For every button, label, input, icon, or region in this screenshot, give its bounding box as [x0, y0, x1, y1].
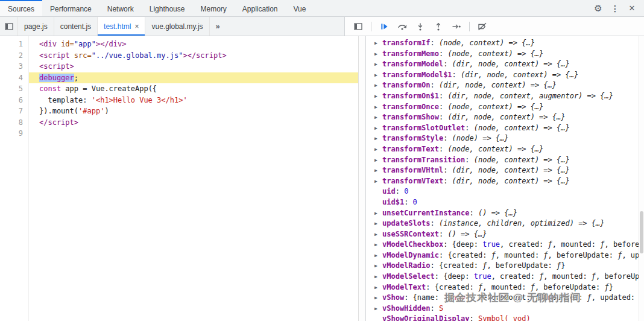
main-tab-performance[interactable]: Performance — [42, 0, 99, 16]
line-number-4[interactable]: 4 — [0, 72, 23, 84]
expand-arrow-icon[interactable]: ▶ — [374, 250, 382, 261]
code-line-7[interactable]: }).mount('#app') — [29, 106, 358, 117]
scope-row-transformshow[interactable]: ▶transformShow: (dir, node, context) => … — [374, 112, 644, 123]
line-number-8[interactable]: 8 — [0, 117, 23, 129]
scope-variables-pane[interactable]: ▶transformIf: (node, context) => {…}▶tra… — [366, 36, 644, 321]
scope-row-transformvhtml[interactable]: ▶transformVHtml: (dir, node, context) =>… — [374, 165, 644, 176]
navigator-panel-icon — [5, 23, 13, 30]
step-button[interactable] — [448, 19, 465, 34]
expand-arrow-icon[interactable]: ▶ — [374, 155, 382, 166]
scope-row-uid[interactable]: ▶uid: 0 — [374, 186, 644, 197]
scope-row-transformstyle[interactable]: ▶transformStyle: (node) => {…} — [374, 133, 644, 144]
expand-arrow-icon[interactable]: ▶ — [374, 293, 382, 304]
expand-arrow-icon[interactable]: ▶ — [374, 261, 382, 272]
scope-row-vmodeldynamic[interactable]: ▶vModelDynamic: {created: ƒ, mounted: ƒ,… — [374, 250, 644, 261]
scope-row-uid-1[interactable]: ▶uid$1: 0 — [374, 197, 644, 208]
line-number-7[interactable]: 7 — [0, 106, 23, 117]
expand-arrow-icon[interactable]: ▶ — [374, 304, 382, 314]
property-value: (node, context) => {…} — [447, 145, 543, 153]
expand-arrow-icon[interactable]: ▶ — [374, 49, 382, 60]
scope-row-transformif[interactable]: ▶transformIf: (node, context) => {…} — [374, 38, 644, 49]
property-value: 0 — [413, 198, 417, 206]
main-tab-sources[interactable]: Sources — [0, 0, 42, 16]
scope-scrollbar-thumb[interactable] — [640, 211, 643, 253]
expand-arrow-icon[interactable]: ▶ — [374, 144, 382, 155]
line-number-9[interactable]: 9 — [0, 128, 23, 139]
expand-arrow-icon[interactable]: ▶ — [374, 133, 382, 144]
step-out-button[interactable] — [430, 19, 447, 34]
expand-arrow-icon[interactable]: ▶ — [374, 80, 382, 91]
scope-row-unsetcurrentinstance[interactable]: ▶unsetCurrentInstance: () => {…} — [374, 208, 644, 219]
expand-arrow-icon[interactable]: ▶ — [374, 112, 382, 123]
navigator-panel-toggle-button[interactable] — [0, 17, 18, 36]
line-number-5[interactable]: 5 — [0, 83, 23, 95]
expand-arrow-icon[interactable]: ▶ — [374, 282, 382, 293]
scope-scrollbar[interactable] — [639, 36, 644, 321]
line-number-1[interactable]: 1 — [0, 39, 23, 50]
expand-arrow-icon[interactable]: ▶ — [374, 70, 382, 81]
main-tab-vue[interactable]: Vue — [286, 0, 314, 16]
scope-row-transformvtext[interactable]: ▶transformVText: (dir, node, context) =>… — [374, 176, 644, 187]
expand-arrow-icon[interactable]: ▶ — [374, 218, 382, 229]
expand-arrow-icon[interactable]: ▶ — [374, 91, 382, 102]
code-area[interactable]: <div id="app"></div><script src="../vue.… — [29, 36, 358, 321]
scope-row-updateslots[interactable]: ▶updateSlots: (instance, children, optim… — [374, 218, 644, 229]
scope-row-vmodelradio[interactable]: ▶vModelRadio: {created: ƒ, beforeUpdate:… — [374, 261, 644, 272]
scope-row-transformon-1[interactable]: ▶transformOn$1: (dir, node, context, aug… — [374, 91, 644, 102]
expand-arrow-icon[interactable]: ▶ — [374, 240, 382, 250]
editor-scrollbar[interactable] — [358, 36, 365, 321]
main-tab-network[interactable]: Network — [99, 0, 142, 16]
code-line-6[interactable]: template: '<h1>Hello Vue 3</h1>' — [29, 95, 358, 106]
expand-arrow-icon[interactable]: ▶ — [374, 272, 382, 282]
deactivate-breakpoints-button[interactable] — [474, 19, 491, 34]
scope-row-usessrcontext[interactable]: ▶useSSRContext: () => {…} — [374, 229, 644, 240]
code-line-3[interactable]: <script> — [29, 61, 358, 72]
code-line-9[interactable] — [29, 128, 358, 139]
expand-arrow-icon[interactable]: ▶ — [374, 229, 382, 240]
close-devtools-icon[interactable]: ✕ — [623, 1, 640, 16]
scope-row-transformtransition[interactable]: ▶transformTransition: (node, context) =>… — [374, 155, 644, 166]
expand-arrow-icon[interactable]: ▶ — [374, 165, 382, 176]
code-line-5[interactable]: const app = Vue.createApp({ — [29, 83, 358, 95]
expand-arrow-icon[interactable]: ▶ — [374, 123, 382, 134]
close-tab-icon[interactable]: × — [134, 23, 139, 30]
main-tab-application[interactable]: Application — [235, 0, 286, 16]
line-number-6[interactable]: 6 — [0, 95, 23, 106]
expand-arrow-icon[interactable]: ▶ — [374, 38, 382, 49]
more-options-kebab-icon[interactable]: ⋮ — [607, 1, 623, 16]
settings-gear-icon[interactable]: ⚙ — [590, 1, 607, 16]
main-tab-memory[interactable]: Memory — [192, 0, 234, 16]
step-into-button[interactable] — [412, 19, 429, 34]
scope-row-vshoworiginaldisplay[interactable]: ▶vShowOriginalDisplay: Symbol(_vod) — [374, 314, 644, 321]
expand-arrow-icon[interactable]: ▶ — [374, 102, 382, 113]
scope-row-transformmodel-1[interactable]: ▶transformModel$1: (dir, node, context) … — [374, 70, 644, 81]
file-tab-content-js[interactable]: content.js — [54, 17, 98, 36]
code-token: <div — [39, 40, 61, 48]
main-tab-lighthouse[interactable]: Lighthouse — [142, 0, 193, 16]
scope-row-transformonce[interactable]: ▶transformOnce: (node, context) => {…} — [374, 102, 644, 113]
code-line-8[interactable]: </script> — [29, 117, 358, 129]
code-line-4[interactable]: debugger; — [29, 72, 358, 84]
line-number-3[interactable]: 3 — [0, 61, 23, 72]
resume-script-execution-button[interactable] — [376, 19, 393, 34]
scope-row-transformmemo[interactable]: ▶transformMemo: (node, context) => {…} — [374, 49, 644, 60]
scope-row-transformtext[interactable]: ▶transformText: (node, context) => {…} — [374, 144, 644, 155]
scope-row-vmodelcheckbox[interactable]: ▶vModelCheckbox: {deep: true, created: ƒ… — [374, 240, 644, 250]
scope-row-vmodelselect[interactable]: ▶vModelSelect: {deep: true, created: ƒ, … — [374, 272, 644, 282]
scope-row-vshowhidden[interactable]: ▶vShowHidden: S — [374, 304, 644, 314]
file-tab-page-js[interactable]: page.js — [18, 17, 54, 36]
code-line-1[interactable]: <div id="app"></div> — [29, 39, 358, 50]
expand-arrow-icon[interactable]: ▶ — [374, 208, 382, 219]
code-line-2[interactable]: <script src="../vue.global.my.js"></scri… — [29, 50, 358, 62]
line-number-2[interactable]: 2 — [0, 50, 23, 62]
scope-row-transformslotoutlet[interactable]: ▶transformSlotOutlet: (node, context) =>… — [374, 123, 644, 134]
expand-arrow-icon[interactable]: ▶ — [374, 59, 382, 70]
scope-row-transformmodel[interactable]: ▶transformModel: (dir, node, context) =>… — [374, 59, 644, 70]
file-tab-test-html[interactable]: test.html× — [98, 17, 145, 36]
step-over-button[interactable] — [394, 19, 411, 34]
toggle-debugger-sidebar-button[interactable] — [350, 19, 367, 34]
scope-row-transformon[interactable]: ▶transformOn: (dir, node, context) => {…… — [374, 80, 644, 91]
file-tab-vue-global-my-js[interactable]: vue.global.my.js — [145, 17, 209, 36]
more-tabs-button[interactable]: » — [210, 17, 226, 36]
expand-arrow-icon[interactable]: ▶ — [374, 176, 382, 187]
